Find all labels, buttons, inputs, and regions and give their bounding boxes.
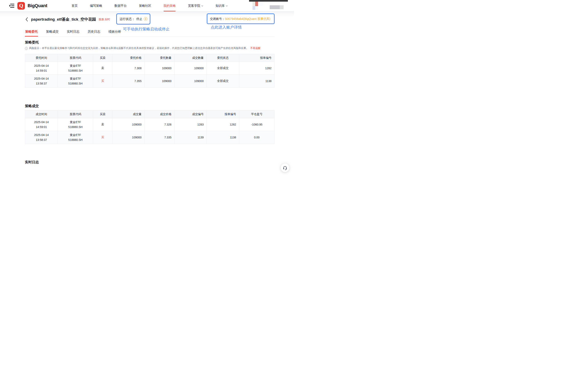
tab-performance[interactable]: 绩效分析 <box>108 27 121 36</box>
cell-order-status: 全部成交 <box>206 62 239 75</box>
nav-item-write-strategy[interactable]: 编写策略 <box>90 0 102 11</box>
cell-stock: 黄金ETF518880.SH <box>58 62 93 75</box>
nav-item-home[interactable]: 首页 <box>71 0 78 11</box>
brand-name[interactable]: BigQuant <box>28 3 47 8</box>
orders-section-heading: 策略委托 <box>25 40 39 45</box>
col-order-status: 委托状态 <box>206 54 239 62</box>
cell-stock: 黄金ETF518880.SH <box>58 131 93 144</box>
customer-support-button[interactable] <box>281 164 289 172</box>
tab-live-logs[interactable]: 实时日志 <box>67 27 80 36</box>
trading-account-box: 交易账号：S0079456ab4(BigQuant 股票仿真) <box>207 14 275 24</box>
collapse-menu-icon[interactable] <box>9 3 15 8</box>
redaction-block <box>280 5 284 9</box>
cell-trade-id: 1283 <box>174 118 207 131</box>
navbar: Q BigQuant 首页 编写策略 数据平台 策略社区 我的策略 宽客学院 知… <box>0 0 294 11</box>
cell-order-id: 1282 <box>239 62 274 75</box>
cell-side: 卖 <box>93 62 112 75</box>
cell-order-id: 1138 <box>239 75 274 88</box>
cell-side: 买 <box>93 131 112 144</box>
col-stock-code: 股票代码 <box>58 54 93 62</box>
cell-filled-qty: 109000 <box>174 62 207 75</box>
cell-stock: 黄金ETF518880.SH <box>58 75 93 88</box>
cell-side: 卖 <box>93 118 112 131</box>
cell-order-id: 1282 <box>206 118 239 131</box>
col-order-time: 委托时间 <box>25 54 58 62</box>
trades-header-row: 成交时间 股票代码 买卖 成交量 成交价格 成交编号 报单编号 平仓盈亏 <box>25 110 275 118</box>
strategy-title-row: papertrading_etf基金_tick_空中花园 股票.实时 <box>25 16 110 23</box>
run-status-value: 停止 <box>136 17 142 21</box>
nav-item-academy-label: 宽客学院 <box>188 4 200 8</box>
orders-table: 委托时间 股票代码 买卖 委托价格 委托数量 成交数量 委托状态 报单编号 20… <box>25 54 275 88</box>
nav-item-data-platform[interactable]: 数据平台 <box>114 0 127 11</box>
col-trade-price: 成交价格 <box>145 110 174 118</box>
cell-order-id: 1138 <box>206 131 239 144</box>
cell-order-price: 7.355 <box>112 75 145 88</box>
tab-strategy-trades[interactable]: 策略成交 <box>46 27 59 36</box>
bigquant-logo-icon[interactable]: Q <box>17 2 25 10</box>
redacted-username <box>270 5 280 9</box>
cell-order-status: 全部成交 <box>206 75 239 88</box>
chevron-down-icon <box>201 5 203 7</box>
nav-item-academy[interactable]: 宽客学院 <box>188 0 203 11</box>
cell-side: 买 <box>93 75 112 88</box>
col-order-price: 委托价格 <box>112 54 145 62</box>
cell-trade-price: 7.326 <box>145 118 174 131</box>
cell-order-time: 2025-04-1414:59:01 <box>25 62 58 75</box>
risk-dismiss-link[interactable]: 不再提醒 <box>250 47 261 50</box>
col-order-qty: 委托数量 <box>145 54 174 62</box>
risk-notice-text: 风险提示：本平台是以量化策略学习和代码等信息交流为目的，策略持仓和调仓提醒不代表… <box>29 47 249 50</box>
redaction-block <box>253 6 255 10</box>
cell-order-time: 2025-04-1413:58:37 <box>25 75 58 88</box>
col-stock-code: 股票代码 <box>58 110 93 118</box>
nav-item-community[interactable]: 策略社区 <box>139 0 151 11</box>
cell-order-qty: 109000 <box>145 62 174 75</box>
nav-left: Q BigQuant <box>9 0 47 11</box>
col-filled-qty: 成交数量 <box>174 54 207 62</box>
cell-trade-price: 7.335 <box>145 131 174 144</box>
redaction-block <box>255 2 258 6</box>
cell-stock: 黄金ETF518880.SH <box>58 118 93 131</box>
cell-closed-pnl: -1060.95 <box>239 118 274 131</box>
tab-history-logs[interactable]: 历史日志 <box>87 27 101 36</box>
col-side: 买卖 <box>93 110 112 118</box>
col-closed-pnl: 平仓盈亏 <box>239 110 274 118</box>
strategy-type-tag: 股票.实时 <box>99 17 110 21</box>
col-order-id: 报单编号 <box>239 54 274 62</box>
trades-table-row: 2025-04-1414:59:01 黄金ETF518880.SH 卖 1090… <box>25 118 275 131</box>
redaction-block <box>253 2 255 6</box>
col-side: 买卖 <box>93 54 112 62</box>
cell-trade-volume: 109000 <box>112 118 145 131</box>
trades-table: 成交时间 股票代码 买卖 成交量 成交价格 成交编号 报单编号 平仓盈亏 202… <box>25 110 275 144</box>
cell-trade-id: 1139 <box>174 131 207 144</box>
tab-strategy-orders[interactable]: 策略委托 <box>25 27 38 36</box>
nav-item-knowledge-base-label: 知识库 <box>215 4 225 8</box>
nav-item-my-strategies[interactable]: 我的策略 <box>163 0 176 11</box>
trades-section-heading: 策略成交 <box>25 104 39 108</box>
risk-notice: i 风险提示：本平台是以量化策略学习和代码等信息交流为目的，策略持仓和调仓提醒不… <box>25 47 275 50</box>
account-number-link[interactable]: S0079456ab4(BigQuant 股票仿真) <box>225 17 270 21</box>
annotation-note-right: 点此进入账户详情 <box>211 25 242 30</box>
nav-item-knowledge-base[interactable]: 知识库 <box>215 0 228 11</box>
col-trade-time: 成交时间 <box>25 110 58 118</box>
annotation-note-left: 可手动执行策略启动或停止 <box>123 26 170 32</box>
back-button[interactable] <box>25 17 28 22</box>
col-order-id: 报单编号 <box>206 110 239 118</box>
cell-order-price: 7.308 <box>112 62 145 75</box>
run-status-box: 运行状态：停止 <box>116 14 150 25</box>
start-strategy-play-icon[interactable] <box>144 17 147 21</box>
cell-filled-qty: 109000 <box>174 75 207 88</box>
info-icon: i <box>25 47 28 50</box>
account-label: 交易账号： <box>210 17 225 21</box>
cell-order-qty: 109000 <box>145 75 174 88</box>
cell-closed-pnl: 0.00 <box>239 131 274 144</box>
col-trade-id: 成交编号 <box>174 110 207 118</box>
orders-table-row: 2025-04-1413:58:37 黄金ETF518880.SH 买 7.35… <box>25 75 275 88</box>
live-logs-section-heading: 实时日志 <box>25 160 39 165</box>
run-status-label: 运行状态： <box>119 17 135 21</box>
redacted-user-area <box>249 0 288 11</box>
orders-table-row: 2025-04-1414:59:01 黄金ETF518880.SH 卖 7.30… <box>25 62 275 75</box>
redaction-block <box>258 2 263 6</box>
headset-icon <box>283 166 287 170</box>
nav-menu: 首页 编写策略 数据平台 策略社区 我的策略 宽客学院 知识库 <box>71 0 228 11</box>
cell-trade-volume: 109000 <box>112 131 145 144</box>
